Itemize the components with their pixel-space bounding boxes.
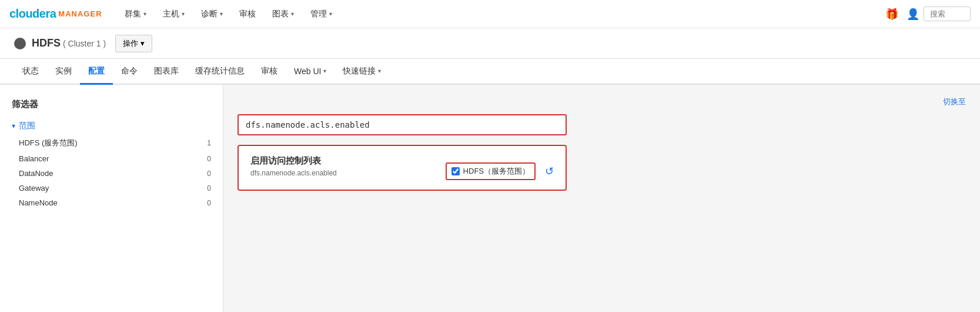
nav-charts[interactable]: 图表 ▾: [264, 0, 302, 28]
nav-manage[interactable]: 管理 ▾: [302, 0, 340, 28]
config-card: 启用访问控制列表 dfs.namenode.acls.enabled HDFS（…: [238, 145, 567, 191]
chevron-down-icon: ▾: [323, 68, 326, 74]
tab-webui[interactable]: Web UI ▾: [286, 59, 335, 85]
chevron-down-icon: ▾: [329, 11, 332, 17]
config-search-input[interactable]: [238, 114, 567, 135]
sidebar-scope-section[interactable]: ▾ 范围: [0, 117, 223, 135]
main-layout: 筛选器 ▾ 范围 HDFS (服务范围) 1 Balancer 0 DataNo…: [0, 85, 980, 312]
config-scope-label: HDFS（服务范围）: [463, 166, 530, 177]
tab-config[interactable]: 配置: [80, 59, 113, 85]
logo-cloudera: cloudera: [9, 7, 56, 21]
tab-quicklinks[interactable]: 快速链接 ▾: [335, 59, 389, 85]
config-card-title: 启用访问控制列表: [250, 155, 337, 167]
tab-audit[interactable]: 审核: [253, 59, 286, 85]
chevron-down-icon: ▾: [220, 11, 223, 17]
nav-diagnostics[interactable]: 诊断 ▾: [193, 0, 231, 28]
nav-audit[interactable]: 审核: [231, 0, 264, 28]
chevron-down-icon: ▾: [182, 11, 185, 17]
search-input[interactable]: [924, 6, 971, 21]
chevron-down-icon: ▾: [291, 11, 294, 17]
tab-cache-stats[interactable]: 缓存统计信息: [187, 59, 253, 85]
tab-commands[interactable]: 命令: [113, 59, 146, 85]
tab-instances[interactable]: 实例: [47, 59, 80, 85]
chevron-down-icon: ▾: [12, 122, 15, 130]
sidebar-item-gateway[interactable]: Gateway 0: [0, 181, 223, 195]
tab-chartlib[interactable]: 图表库: [146, 59, 187, 85]
config-reset-button[interactable]: ↺: [545, 165, 554, 178]
sidebar: 筛选器 ▾ 范围 HDFS (服务范围) 1 Balancer 0 DataNo…: [0, 85, 223, 312]
sidebar-item-namenode[interactable]: NameNode 0: [0, 195, 223, 210]
service-cluster: ( Cluster 1 ): [63, 39, 106, 48]
nav-hosts[interactable]: 主机 ▾: [155, 0, 193, 28]
chevron-down-icon: ▾: [378, 68, 381, 74]
config-card-key: dfs.namenode.acls.enabled: [250, 169, 337, 177]
config-card-info: 启用访问控制列表 dfs.namenode.acls.enabled: [250, 155, 337, 177]
top-nav: cloudera MANAGER 群集 ▾ 主机 ▾ 诊断 ▾ 审核 图表 ▾ …: [0, 0, 980, 28]
gift-icon[interactable]: 🎁: [881, 4, 902, 25]
user-icon[interactable]: 👤: [902, 4, 924, 25]
config-search-wrap: [238, 114, 966, 135]
tab-status[interactable]: 状态: [14, 59, 47, 85]
config-card-body: HDFS（服务范围） ↺: [446, 162, 554, 180]
logo-manager: MANAGER: [58, 9, 102, 18]
sidebar-title: 筛选器: [0, 94, 223, 117]
service-header: HDFS ( Cluster 1 ) 操作 ▾: [0, 28, 980, 59]
ops-button[interactable]: 操作 ▾: [115, 35, 152, 52]
chevron-down-icon: ▾: [141, 39, 145, 48]
content-area: 切换至 启用访问控制列表 dfs.namenode.acls.enabled H…: [223, 85, 980, 312]
sidebar-item-balancer[interactable]: Balancer 0: [0, 151, 223, 166]
config-checkbox-wrap: HDFS（服务范围）: [446, 162, 536, 180]
switch-btn-area: 切换至: [238, 97, 966, 107]
sidebar-item-hdfs-service[interactable]: HDFS (服务范围) 1: [0, 135, 223, 151]
chevron-down-icon: ▾: [143, 11, 146, 17]
switch-button[interactable]: 切换至: [943, 97, 966, 107]
sidebar-item-datanode[interactable]: DataNode 0: [0, 166, 223, 181]
service-icon: [14, 38, 26, 49]
acls-enabled-checkbox[interactable]: [451, 167, 460, 175]
nav-clusters[interactable]: 群集 ▾: [116, 0, 155, 28]
tab-bar: 状态 实例 配置 命令 图表库 缓存统计信息 审核 Web UI ▾ 快速链接 …: [0, 59, 980, 85]
service-title: HDFS: [32, 37, 61, 49]
logo-area: cloudera MANAGER: [9, 7, 102, 21]
